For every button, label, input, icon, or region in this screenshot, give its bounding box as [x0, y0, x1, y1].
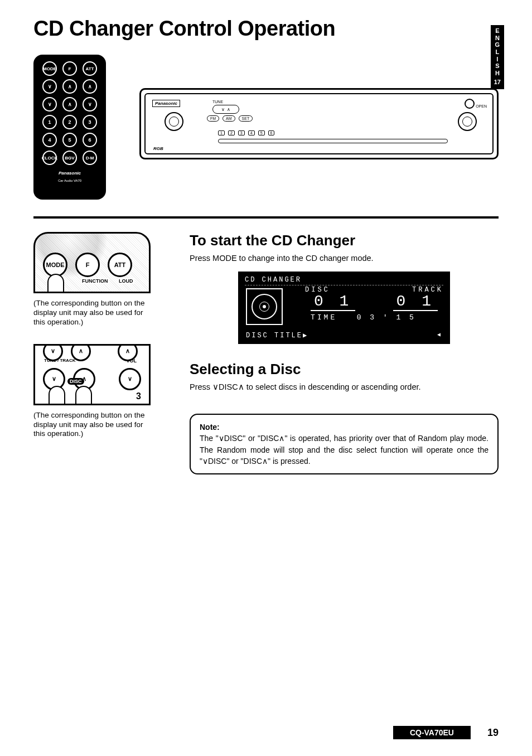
display-track-value: 0 1: [393, 293, 438, 311]
finger-press-icon: [49, 386, 65, 405]
remote-num-2: 2: [62, 115, 77, 129]
closeup2-note: (The corresponding button on the display…: [33, 411, 156, 439]
headunit-am-pill: AM: [223, 115, 235, 122]
remote-num-6: 6: [83, 133, 97, 147]
closeup2-vol-down: ∨: [119, 368, 141, 390]
language-letters: E N G L I S H: [494, 27, 501, 76]
mode-button-closeup: MODE F ATT FUNCTION LOUD: [33, 232, 151, 293]
remote-tune-down-button: ∨: [42, 79, 57, 94]
closeup2-top-up: ∧: [71, 344, 91, 361]
section-divider: [33, 216, 499, 219]
chevron-down-icon: [212, 382, 219, 391]
display-right-arrow: ◀: [437, 331, 442, 340]
finger-press-icon: [75, 386, 92, 405]
closeup-att-button: ATT: [108, 253, 132, 277]
disc-button-closeup: TUNE / TRACK VOL ∨ ∧ ∧ ∨ ∧ ∨ DISC 3: [33, 344, 151, 405]
headunit-preset-row: 1 2 3 4 5 6: [218, 130, 448, 135]
display-time-label: TIME: [311, 313, 337, 322]
remote-clock-button: CLOCK: [42, 151, 57, 165]
headunit-tune-label: TUNE ∨ ∧: [212, 100, 239, 114]
closeup2-top-down: ∨: [43, 344, 63, 361]
closeup2-disc-label: DISC: [67, 378, 84, 385]
page-title: CD Changer Control Operation: [33, 17, 499, 41]
closeup-f-button: F: [75, 253, 100, 277]
page-footer: CQ-VA70EU 19: [0, 726, 532, 739]
eject-icon: [465, 99, 475, 109]
side-page-number: 17: [494, 79, 501, 86]
closeup-loud-label: LOUD: [118, 278, 134, 284]
page-number: 19: [487, 727, 499, 739]
remote-vol-down-button: ∨: [83, 97, 97, 112]
headunit-brand: Panasonic: [152, 100, 180, 107]
headunit-left-knob: [165, 112, 183, 131]
remote-num-4: 4: [42, 133, 57, 147]
remote-mode-button: MODE: [42, 61, 57, 76]
closeup2-three: 3: [136, 391, 141, 401]
headunit-open: OPEN: [465, 99, 487, 111]
language-tab: E N G L I S H 17: [491, 25, 504, 89]
display-disc-title: DISC TITLE▶: [246, 331, 308, 340]
closeup2-vol-up: ∧: [118, 344, 138, 361]
lcd-display-illustration: CD CHANGER DISC TRACK 0 1 0 1 TIME 0 3 '…: [238, 272, 450, 344]
headunit-band-pills: FM AM SET: [207, 115, 253, 122]
section-start-title: To start the CD Changer: [190, 232, 499, 249]
remote-num-3: 3: [83, 115, 97, 129]
note-label: Note:: [200, 423, 220, 432]
remote-num-1: 1: [42, 115, 57, 129]
display-cd-icon: [246, 288, 283, 325]
headunit-rgb-label: RGB: [153, 146, 163, 151]
remote-brand: Panasonic: [59, 171, 81, 176]
remote-num-5: 5: [62, 133, 77, 147]
headunit-cd-slot: [218, 139, 448, 143]
section-start-text: Press MODE to change into the CD changer…: [190, 254, 499, 263]
head-unit-illustration: Panasonic TUNE ∨ ∧ FM AM SET OPEN 1 2: [139, 88, 499, 159]
remote-sublabel: Car Audio VA70: [58, 179, 81, 182]
headunit-tune-rocker: ∨ ∧: [212, 105, 239, 114]
remote-vol-up-button: ∧: [83, 79, 97, 94]
finger-press-icon: [47, 274, 64, 293]
note-box: Note: The "∨DISC" or "DISC∧" is operated…: [190, 414, 499, 474]
headunit-right-knob: [458, 112, 477, 131]
headunit-set-pill: SET: [239, 115, 253, 122]
section-select-title: Selecting a Disc: [190, 361, 499, 378]
closeup1-note: (The corresponding button on the display…: [33, 299, 156, 327]
remote-f-button: F: [62, 61, 77, 76]
remote-att-button: ATT: [83, 61, 97, 76]
model-badge: CQ-VA70EU: [393, 726, 471, 739]
remote-bgv-button: BGV: [62, 151, 77, 165]
remote-disc-down-button: ∨: [42, 97, 57, 112]
closeup-function-label: FUNCTION: [81, 278, 109, 284]
headunit-fm-pill: FM: [207, 115, 219, 122]
display-header: CD CHANGER: [245, 276, 443, 285]
remote-control-illustration: MODE F ATT ∨ ∧ ∧ ∨ ∧ ∨ 1 2 3 4 5 6 CLOCK…: [33, 55, 106, 200]
remote-tune-up-button: ∧: [62, 79, 77, 94]
note-body: The "∨DISC" or "DISC∧" is operated, has …: [200, 434, 489, 466]
chevron-up-icon: [238, 382, 244, 391]
remote-dm-button: D·M: [83, 151, 97, 165]
display-disc-value: 0 1: [311, 293, 355, 311]
display-time-value: 0 3 ' 1 5: [357, 313, 416, 322]
section-select-text: Press DISC to select discs in descending…: [190, 382, 499, 391]
remote-disc-up-button: ∧: [62, 97, 77, 112]
